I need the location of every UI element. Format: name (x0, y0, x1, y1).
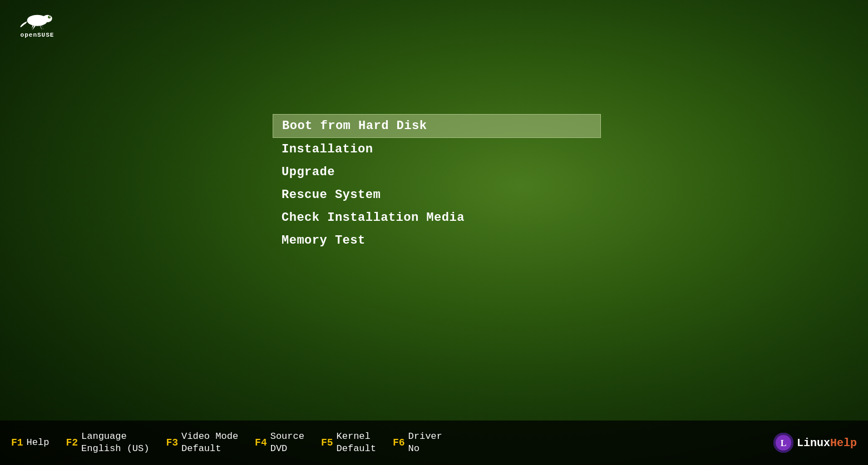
fkey-f2-line2: English (US) (81, 443, 149, 455)
fkey-f5-line2: Default (337, 443, 376, 455)
bottom-bar: F1 Help F2 Language English (US) F3 Vide… (0, 421, 868, 465)
linuxhelp-icon: L (773, 433, 793, 453)
boot-menu: Boot from Hard Disk Installation Upgrade… (273, 114, 601, 252)
fkey-f2-key: F2 (66, 437, 78, 448)
fkey-f3-line2: Default (181, 443, 238, 455)
chameleon-icon (18, 8, 57, 31)
fkey-f5-value: Kernel Default (337, 431, 376, 455)
menu-item-boot-hard-disk[interactable]: Boot from Hard Disk (273, 114, 601, 138)
fkey-f5-group[interactable]: F5 Kernel Default (321, 431, 376, 455)
menu-item-rescue-system[interactable]: Rescue System (273, 184, 601, 206)
fkey-f2-line1: Language (81, 431, 149, 443)
svg-point-3 (50, 16, 51, 17)
fkey-f6-group[interactable]: F6 Driver No (393, 431, 442, 455)
brand-label: openSUSE (21, 32, 55, 38)
fkey-f1-key: F1 (11, 437, 23, 448)
fkey-f6-key: F6 (393, 437, 405, 448)
fkey-f6-line2: No (408, 443, 442, 455)
fkey-f1-value: Help (27, 437, 50, 449)
linuxhelp-text: LinuxHelp (797, 437, 857, 449)
fkey-f4-key: F4 (255, 437, 267, 448)
svg-point-1 (43, 15, 52, 22)
fkey-f3-key: F3 (166, 437, 178, 448)
fkey-f4-group[interactable]: F4 Source DVD (255, 431, 304, 455)
main-background: openSUSE Boot from Hard Disk Installatio… (0, 0, 868, 465)
fkey-f1-group[interactable]: F1 Help (11, 437, 49, 449)
fkey-f4-line1: Source (270, 431, 304, 443)
fkey-f5-key: F5 (321, 437, 333, 448)
fkey-f2-group[interactable]: F2 Language English (US) (66, 431, 149, 455)
fkey-f3-group[interactable]: F3 Video Mode Default (166, 431, 238, 455)
svg-point-2 (48, 16, 51, 18)
fkey-f2-value: Language English (US) (81, 431, 149, 455)
fkey-f6-value: Driver No (408, 431, 442, 455)
menu-item-check-installation-media[interactable]: Check Installation Media (273, 206, 601, 229)
fkey-f4-line2: DVD (270, 443, 304, 455)
menu-item-upgrade[interactable]: Upgrade (273, 161, 601, 184)
linuxhelp-logo: L LinuxHelp (773, 433, 857, 453)
fkey-f3-value: Video Mode Default (181, 431, 238, 455)
fkey-f6-line1: Driver (408, 431, 442, 443)
fkey-f4-value: Source DVD (270, 431, 304, 455)
opensuse-logo: openSUSE (7, 7, 68, 40)
fkey-f3-line1: Video Mode (181, 431, 238, 443)
svg-text:L: L (781, 438, 787, 448)
linuxhelp-linux: Linux (797, 437, 830, 449)
fkey-f5-line1: Kernel (337, 431, 376, 443)
linuxhelp-help: Help (830, 437, 857, 449)
menu-item-installation[interactable]: Installation (273, 138, 601, 161)
menu-item-memory-test[interactable]: Memory Test (273, 229, 601, 252)
